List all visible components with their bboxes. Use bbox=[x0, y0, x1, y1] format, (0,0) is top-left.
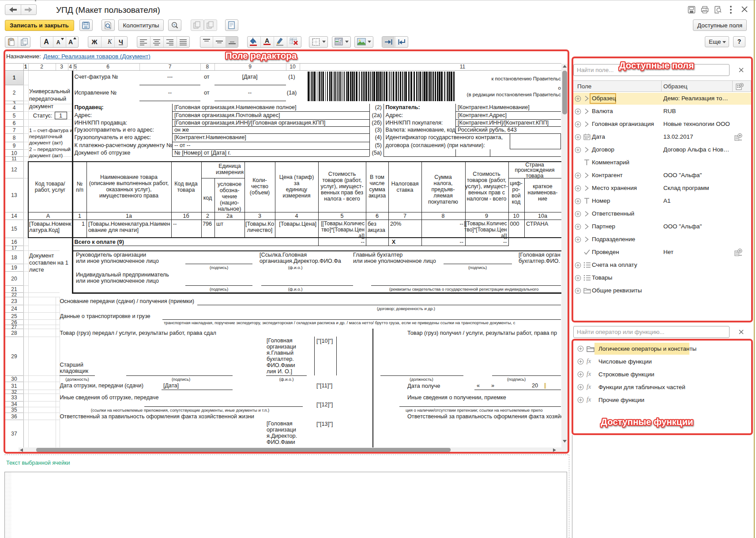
svg-text:Поле редактора: Поле редактора bbox=[226, 50, 297, 61]
svg-text:Доступные поля: Доступные поля bbox=[619, 60, 694, 70]
svg-text:R: R bbox=[340, 39, 342, 42]
svg-text:Доступные функции: Доступные функции bbox=[601, 417, 693, 427]
